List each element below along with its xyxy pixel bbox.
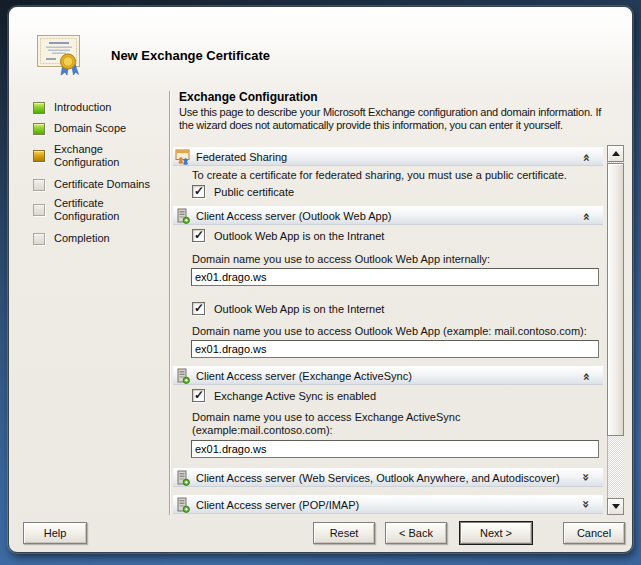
owa-intranet-checkbox[interactable] (192, 229, 205, 242)
section-header-activesync[interactable]: Client Access server (Exchange ActiveSyn… (173, 366, 603, 385)
help-button[interactable]: Help (23, 522, 87, 544)
reset-button[interactable]: Reset (313, 522, 375, 544)
new-exchange-certificate-dialog: New Exchange Certificate Introduction Do… (8, 6, 633, 553)
activesync-domain-label: Domain name you use to access Exchange A… (192, 411, 460, 437)
activesync-enabled-checkbox[interactable] (192, 389, 205, 402)
section-title: Client Access server (POP/IMAP) (196, 499, 359, 511)
owa-internal-domain-input[interactable] (191, 268, 599, 286)
sidebar-step-exchange-configuration: Exchange Configuration (33, 143, 173, 169)
up-arrow-icon (612, 151, 620, 156)
owa-internet-checkbox[interactable] (192, 302, 205, 315)
server-icon (175, 470, 191, 486)
server-icon (175, 497, 191, 513)
section-title: Client Access server (Outlook Web App) (196, 210, 391, 222)
checkbox-row-activesync-enabled: Exchange Active Sync is enabled (192, 389, 376, 402)
step-label: Exchange Configuration (54, 143, 166, 169)
step-status-icon (33, 102, 45, 114)
section-title: Federated Sharing (196, 151, 287, 163)
step-label: Certificate Configuration (54, 197, 166, 223)
checkbox-label[interactable]: Exchange Active Sync is enabled (214, 390, 376, 402)
section-header-pop-imap[interactable]: Client Access server (POP/IMAP) (173, 495, 603, 514)
down-arrow-icon (612, 504, 620, 509)
step-status-icon (33, 123, 45, 135)
federated-sharing-note: To create a certificate for federated sh… (192, 169, 567, 181)
checkbox-row-public-certificate: Public certificate (192, 185, 294, 198)
content-heading: Exchange Configuration (179, 90, 318, 104)
collapse-chevron-icon[interactable] (579, 209, 593, 223)
sidebar-step-introduction: Introduction (33, 101, 173, 114)
sidebar-step-certificate-domains: Certificate Domains (33, 178, 173, 191)
back-button[interactable]: < Back (385, 522, 447, 544)
owa-internal-domain-label: Domain name you use to access Outlook We… (192, 253, 490, 266)
expand-chevron-icon[interactable] (579, 498, 593, 512)
activesync-domain-input[interactable] (191, 440, 599, 458)
public-certificate-checkbox[interactable] (192, 185, 205, 198)
step-label: Certificate Domains (54, 178, 166, 191)
federated-sharing-icon (175, 149, 191, 165)
content-description: Use this page to describe your Microsoft… (179, 106, 609, 132)
scrollbar-thumb[interactable] (607, 163, 624, 436)
step-label: Completion (54, 232, 166, 245)
section-title: Client Access server (Exchange ActiveSyn… (196, 370, 412, 382)
sidebar-step-domain-scope: Domain Scope (33, 122, 173, 135)
scroll-down-button[interactable] (607, 498, 624, 515)
section-title: Client Access server (Web Services, Outl… (196, 472, 560, 484)
checkbox-label[interactable]: Outlook Web App is on the Internet (214, 303, 384, 315)
step-status-icon (33, 204, 45, 216)
scroll-up-button[interactable] (607, 145, 624, 162)
collapse-chevron-icon[interactable] (579, 369, 593, 383)
certificate-icon (35, 31, 83, 77)
activesync-domain-label-line2: (example:mail.contoso.com): (192, 424, 333, 436)
page-title: New Exchange Certificate (111, 48, 270, 63)
step-label: Domain Scope (54, 122, 166, 135)
step-status-icon (33, 150, 45, 162)
step-status-icon (33, 233, 45, 245)
sidebar-divider (169, 91, 170, 515)
server-icon (175, 368, 191, 384)
collapse-chevron-icon[interactable] (579, 150, 593, 164)
step-status-icon (33, 179, 45, 191)
checkbox-label[interactable]: Outlook Web App is on the Intranet (214, 230, 384, 242)
checkbox-label[interactable]: Public certificate (214, 186, 294, 198)
step-label: Introduction (54, 101, 166, 114)
section-header-federated-sharing[interactable]: Federated Sharing (173, 147, 603, 166)
owa-external-domain-label: Domain name you use to access Outlook We… (192, 325, 587, 338)
owa-external-domain-input[interactable] (191, 340, 599, 358)
section-header-web-services[interactable]: Client Access server (Web Services, Outl… (173, 468, 603, 487)
activesync-domain-label-line1: Domain name you use to access Exchange A… (192, 411, 460, 423)
next-button[interactable]: Next > (460, 522, 532, 544)
expand-chevron-icon[interactable] (579, 471, 593, 485)
sidebar-step-completion: Completion (33, 232, 173, 245)
sidebar-step-certificate-configuration: Certificate Configuration (33, 197, 173, 223)
checkbox-row-owa-intranet: Outlook Web App is on the Intranet (192, 229, 384, 242)
checkbox-row-owa-internet: Outlook Web App is on the Internet (192, 302, 384, 315)
cancel-button[interactable]: Cancel (563, 522, 625, 544)
vertical-scrollbar[interactable] (607, 145, 624, 515)
section-header-owa[interactable]: Client Access server (Outlook Web App) (173, 206, 603, 225)
server-icon (175, 208, 191, 224)
